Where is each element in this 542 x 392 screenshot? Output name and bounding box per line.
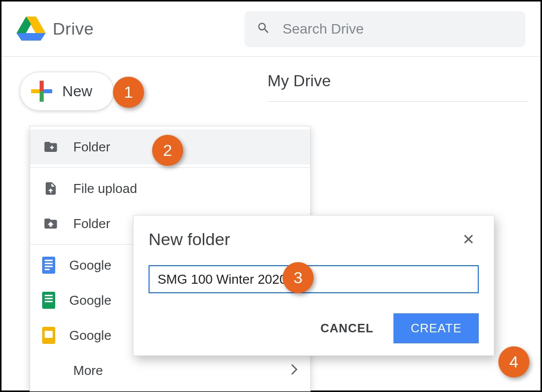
callout-badge-1: 1 [113, 77, 144, 108]
menu-item-label: Google [69, 293, 111, 308]
page-title: My Drive [267, 72, 528, 102]
sheets-icon [42, 292, 55, 309]
menu-item-label: Google [69, 328, 111, 343]
menu-item-label: More [73, 363, 103, 378]
app-frame: Drive Search Drive My Drive New Folder [0, 0, 542, 392]
cancel-button[interactable]: CANCEL [320, 321, 373, 335]
more-icon [42, 362, 59, 379]
plus-icon [31, 81, 52, 102]
new-folder-dialog: New folder ✕ CANCEL CREATE [133, 215, 494, 356]
docs-icon [42, 257, 55, 274]
menu-item-label: Folder [73, 216, 110, 232]
folder-name-input[interactable] [149, 265, 479, 293]
folder-upload-icon [42, 215, 59, 232]
menu-item-label: File upload [73, 181, 137, 197]
close-icon[interactable]: ✕ [458, 229, 479, 250]
new-button-label: New [62, 83, 92, 100]
chevron-right-icon [291, 363, 298, 378]
main-area: My Drive New [2, 57, 540, 126]
search-input[interactable]: Search Drive [244, 11, 525, 47]
menu-item-more[interactable]: More [30, 353, 310, 388]
drive-logo-icon [17, 16, 46, 43]
folder-new-icon [42, 138, 59, 155]
menu-item-label: Folder [73, 139, 110, 155]
callout-badge-3: 3 [283, 262, 314, 293]
dialog-title: New folder [149, 230, 230, 249]
callout-badge-4: 4 [498, 346, 529, 377]
new-button[interactable]: New [20, 72, 114, 111]
callout-badge-2: 2 [152, 135, 183, 166]
search-icon [256, 21, 270, 37]
product-name: Drive [53, 19, 94, 39]
header-bar: Drive Search Drive [2, 2, 540, 57]
search-placeholder: Search Drive [283, 21, 364, 37]
drive-logo[interactable]: Drive [17, 16, 94, 43]
svg-marker-2 [17, 33, 46, 41]
menu-item-file-upload[interactable]: File upload [30, 171, 310, 206]
slides-icon [42, 327, 55, 344]
file-upload-icon [42, 180, 59, 197]
create-button[interactable]: CREATE [393, 313, 479, 343]
menu-item-label: Google [69, 258, 111, 273]
